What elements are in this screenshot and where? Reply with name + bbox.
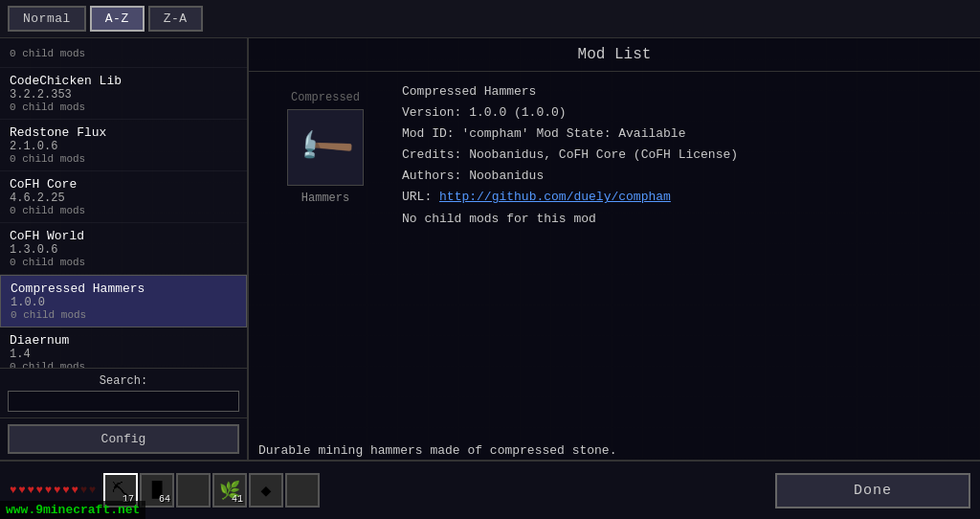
mod-icon-box: 🔨 — [287, 109, 364, 186]
no-child-mods-line: No child mods for this mod — [402, 209, 970, 230]
sort-bar: Normal A-Z Z-A — [0, 0, 980, 38]
sort-normal-button[interactable]: Normal — [8, 6, 86, 32]
search-input[interactable] — [8, 391, 239, 412]
heart-5: ♥ — [45, 484, 52, 497]
heart-10: ♥ — [89, 484, 96, 497]
mod-children: 0 child mods — [10, 257, 237, 268]
mod-url-link[interactable]: http://github.com/duely/compham — [439, 190, 671, 204]
config-area: Config — [0, 418, 247, 460]
search-area: Search: — [0, 368, 247, 418]
mod-children: 0 child mods — [10, 48, 85, 59]
right-panel: Mod List Compressed 🔨 Hammers Compressed… — [249, 38, 980, 460]
heart-6: ♥ — [54, 484, 60, 497]
heart-1: ♥ — [10, 484, 16, 497]
mod-children: 0 child mods — [10, 153, 237, 165]
mod-children: 0 child mods — [10, 205, 237, 216]
heart-4: ♥ — [36, 484, 43, 497]
mod-version-line: Version: 1.0.0 (1.0.0) — [402, 102, 970, 124]
gem-icon: ◆ — [261, 480, 272, 501]
heart-2: ♥ — [18, 484, 25, 497]
sort-az-button[interactable]: A-Z — [90, 6, 145, 32]
mod-url-line: URL: http://github.com/duely/compham — [402, 187, 970, 208]
list-item[interactable]: Redstone Flux 2.1.0.6 0 child mods — [0, 120, 247, 171]
mod-name: Compressed Hammers — [11, 282, 236, 296]
hammer-icon: 🔨 — [292, 114, 359, 181]
search-label: Search: — [8, 374, 239, 388]
hearts-area: ♥ ♥ ♥ ♥ ♥ ♥ ♥ ♥ ♥ ♥ — [0, 484, 96, 497]
list-item[interactable]: 0 child mods — [0, 38, 247, 68]
mod-children: 0 child mods — [10, 361, 237, 368]
mod-id-line: Mod ID: 'compham' Mod State: Available — [402, 124, 970, 145]
mod-info-text: Compressed Hammers Version: 1.0.0 (1.0.0… — [392, 81, 970, 418]
mod-version: 1.4 — [10, 348, 237, 361]
mod-version: 4.6.2.25 — [10, 192, 237, 205]
mod-list-title: Mod List — [249, 38, 980, 72]
mod-name: Redstone Flux — [10, 125, 237, 140]
inv-slot-3[interactable] — [176, 473, 211, 508]
watermark: www.9minecraft.net — [0, 501, 145, 519]
bottom-bar: ♥ ♥ ♥ ♥ ♥ ♥ ♥ ♥ ♥ ♥ ⛏ 17 █ 64 — [0, 460, 980, 519]
mod-name: CoFH World — [10, 229, 237, 243]
mod-children: 0 child mods — [10, 102, 237, 113]
mod-credits-line: Credits: Noobanidus, CoFH Core (CoFH Lic… — [402, 145, 970, 166]
done-btn-area: Done — [320, 473, 980, 508]
list-item[interactable]: CoFH Core 4.6.2.25 0 child mods — [0, 171, 247, 223]
list-item[interactable]: CoFH World 1.3.0.6 0 child mods — [0, 223, 247, 275]
mod-version: 1.3.0.6 — [10, 243, 237, 257]
done-button[interactable]: Done — [775, 473, 970, 508]
sort-za-button[interactable]: Z-A — [148, 6, 203, 32]
heart-8: ♥ — [71, 484, 78, 497]
inv-slot-6[interactable] — [285, 473, 320, 508]
list-item[interactable]: CodeChicken Lib 3.2.2.353 0 child mods — [0, 68, 247, 120]
heart-3: ♥ — [27, 484, 33, 497]
list-item-selected[interactable]: Compressed Hammers 1.0.0 0 child mods — [0, 275, 247, 327]
mod-version: 2.1.0.6 — [10, 140, 237, 153]
mod-name: CoFH Core — [10, 177, 237, 192]
mod-version: 3.2.2.353 — [10, 88, 237, 102]
mod-icon-area: Compressed 🔨 Hammers — [258, 81, 392, 418]
mod-authors-line: Authors: Noobanidus — [402, 166, 970, 187]
heart-9: ♥ — [80, 484, 87, 497]
config-button[interactable]: Config — [8, 424, 239, 454]
mod-icon-label-bottom: Hammers — [301, 192, 349, 205]
url-label: URL: — [402, 190, 432, 204]
mod-list-scroll[interactable]: 0 child mods CodeChicken Lib 3.2.2.353 0… — [0, 38, 247, 368]
inv-slot-5[interactable]: ◆ — [249, 473, 283, 508]
item-count-4: 41 — [232, 494, 243, 505]
mod-icon-label-top: Compressed — [291, 91, 360, 104]
mod-children: 0 child mods — [11, 309, 236, 321]
inv-slot-4[interactable]: 🌿 41 — [212, 473, 247, 508]
heart-7: ♥ — [62, 484, 69, 497]
mod-name: Diaernum — [10, 333, 237, 348]
item-count-2: 64 — [159, 494, 170, 505]
mod-version: 1.0.0 — [11, 296, 236, 309]
mod-display-name: Compressed Hammers — [402, 81, 970, 102]
left-panel: 0 child mods CodeChicken Lib 3.2.2.353 0… — [0, 38, 249, 460]
mod-name: CodeChicken Lib — [10, 74, 237, 88]
list-item[interactable]: Diaernum 1.4 0 child mods — [0, 327, 247, 368]
mod-description: Durable mining hammers made of compresse… — [249, 441, 980, 461]
